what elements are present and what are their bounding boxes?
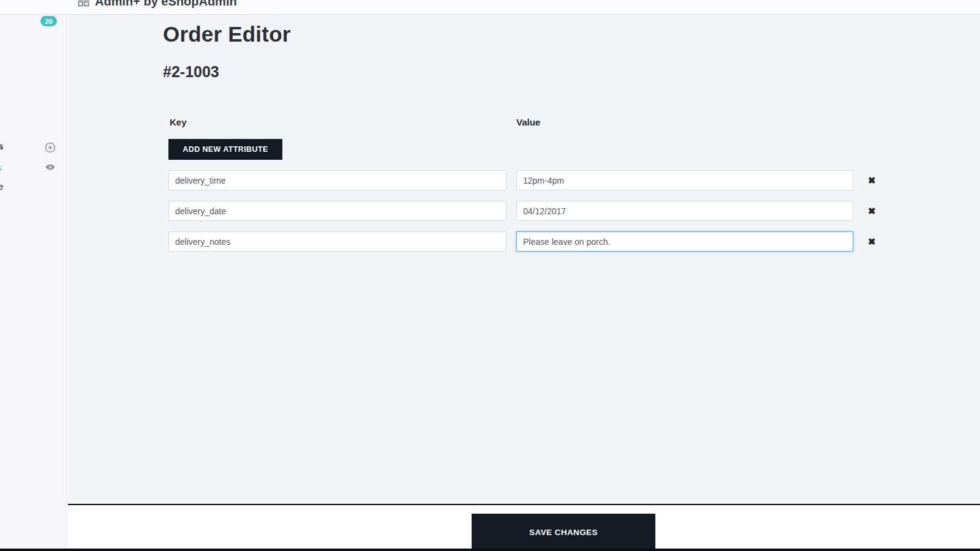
app-title: Admin+ by eShopAdmin <box>95 0 237 9</box>
remove-attribute-icon[interactable]: ✖ <box>868 206 876 216</box>
sidebar-item-cut-text[interactable]: e <box>0 181 3 192</box>
key-column-header: Key <box>170 117 187 127</box>
attribute-key-input[interactable] <box>168 170 507 190</box>
main-panel: Order Editor #2-1003 Key Value ADD NEW A… <box>68 15 980 551</box>
attribute-rows: ✖ ✖ ✖ <box>168 170 980 262</box>
sidebar: 20 s s e <box>0 15 67 551</box>
attribute-value-input[interactable] <box>516 201 853 221</box>
attribute-value-input[interactable] <box>516 170 853 190</box>
footer-bar: SAVE CHANGES <box>68 505 980 551</box>
top-bar: Admin+ by eShopAdmin <box>0 0 980 15</box>
remove-attribute-icon[interactable]: ✖ <box>868 176 876 185</box>
attribute-row: ✖ <box>168 231 980 252</box>
attribute-row: ✖ <box>168 170 980 190</box>
eye-icon[interactable] <box>45 162 56 175</box>
plus-circle-icon[interactable] <box>45 142 56 156</box>
value-column-header: Value <box>516 117 540 127</box>
attribute-row: ✖ <box>168 201 980 221</box>
order-number: #2-1003 <box>163 63 219 81</box>
order-editor-content: Order Editor #2-1003 Key Value ADD NEW A… <box>68 15 980 504</box>
page-title: Order Editor <box>163 22 291 47</box>
add-new-attribute-button[interactable]: ADD NEW ATTRIBUTE <box>168 139 282 160</box>
attribute-value-input[interactable] <box>516 231 853 252</box>
attribute-key-input[interactable] <box>168 231 507 252</box>
bottom-border-bar <box>0 549 980 551</box>
remove-attribute-icon[interactable]: ✖ <box>868 237 876 246</box>
sidebar-count-badge: 20 <box>40 16 57 26</box>
sidebar-item-cut-text[interactable]: s <box>0 141 3 151</box>
attribute-key-input[interactable] <box>168 201 507 221</box>
save-changes-button[interactable]: SAVE CHANGES <box>472 514 655 551</box>
app-grid-icon <box>78 0 89 9</box>
sidebar-item-cut-text[interactable]: s <box>0 162 2 173</box>
